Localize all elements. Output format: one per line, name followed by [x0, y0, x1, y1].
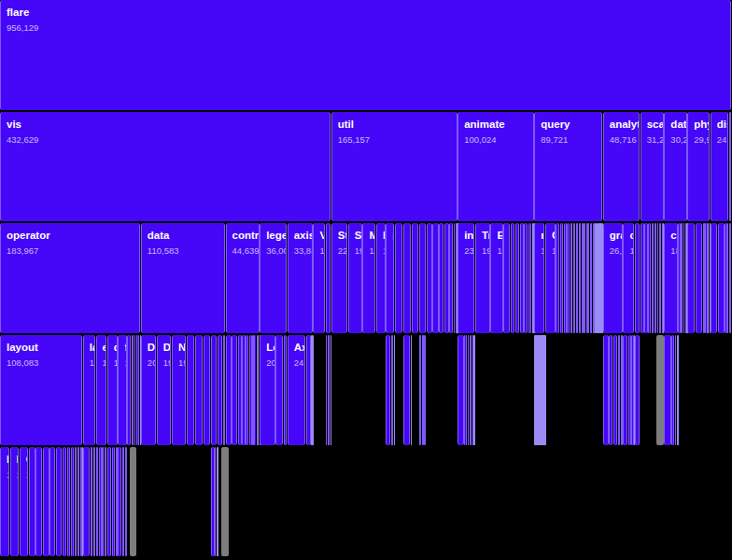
cell-StringUtil[interactable]: [567, 223, 570, 333]
cell-StackedAreaLabeler[interactable]: [93, 447, 95, 557]
cell-layout[interactable]: layout108,083: [0, 335, 82, 445]
cell-flex[interactable]: [729, 112, 732, 222]
cell-GravityForce[interactable]: [708, 223, 709, 333]
cell-BifocalDistortion[interactable]: [112, 447, 115, 557]
cell-CartesianAxes[interactable]: [306, 335, 311, 445]
cell-data[interactable]: data30,284: [664, 112, 686, 222]
cell-RadialTreeLayout[interactable]: RadialTreeLayout12,348: [10, 447, 20, 557]
cell-CompositeExpression[interactable]: [576, 223, 578, 333]
cell-Shapes[interactable]: Shapes19,118: [348, 223, 362, 333]
cell-DragControl[interactable]: [254, 335, 256, 445]
cell-HierarchicalCluster[interactable]: [623, 335, 627, 445]
cell-Sort[interactable]: [439, 223, 443, 333]
cell-Tree[interactable]: [218, 335, 222, 445]
cell-IsA[interactable]: [588, 223, 589, 333]
cell-PanZoomControl[interactable]: [238, 335, 242, 445]
cell-StackedAreaLayout[interactable]: [35, 447, 42, 557]
cell-label[interactable]: label17,057: [83, 335, 95, 445]
cell-ForceDirectedLayout[interactable]: [49, 447, 55, 557]
cell-_[interactable]: [545, 335, 546, 445]
cell-DataSprite[interactable]: DataSprite10,349: [195, 335, 203, 445]
cell-TreeMapLayout[interactable]: [43, 447, 49, 557]
cell-Simulation[interactable]: Simulation9,983: [696, 223, 703, 333]
cell-TimeScale[interactable]: [640, 223, 644, 333]
cell-CommunityStructure[interactable]: [631, 335, 634, 445]
cell-Transition[interactable]: [503, 223, 510, 333]
cell-Property[interactable]: [449, 223, 453, 333]
cell-QuantileScale[interactable]: [657, 223, 658, 333]
cell-Arithmetic[interactable]: [570, 223, 573, 333]
cell-Strings[interactable]: Strings22,026: [331, 223, 347, 333]
cell-PointInterpolator[interactable]: [471, 335, 472, 445]
cell-SelectionControl[interactable]: [232, 335, 237, 445]
cell-DateUtil[interactable]: [564, 223, 567, 333]
cell-ShortestPaths[interactable]: [609, 335, 612, 445]
cell-RectangleInterpolator[interactable]: [468, 335, 469, 445]
cell-HoverControl[interactable]: [242, 335, 245, 445]
cell-Easing[interactable]: Easing17,010: [490, 223, 502, 333]
cell-CircleLayout[interactable]: [29, 447, 35, 557]
cell-FisheyeTreeFilter[interactable]: [118, 447, 121, 557]
cell-interpolate[interactable]: interpolate23,081: [458, 223, 474, 333]
cell-Scale[interactable]: [648, 223, 651, 333]
cell-LegendRange[interactable]: LegendRange10,530: [275, 335, 283, 445]
cell-DelimitedTextConverter[interactable]: [671, 335, 674, 445]
cell-GraphDistanceFilter[interactable]: [125, 447, 127, 557]
cell-animate[interactable]: animate100,024: [458, 112, 533, 222]
cell-EdgeRenderer[interactable]: [211, 447, 215, 557]
cell-GraphMLConverter[interactable]: GraphMLConverter9,800: [664, 335, 670, 445]
cell-Comparison[interactable]: [560, 223, 564, 333]
cell-TooltipControl[interactable]: [226, 335, 232, 445]
cell-OperatorList[interactable]: [127, 335, 131, 445]
cell-scale[interactable]: scale31,294: [640, 112, 664, 222]
cell-analytics[interactable]: analytics48,716: [603, 112, 640, 222]
cell-DataUtil[interactable]: [681, 223, 683, 333]
cell-palette[interactable]: palette11,946: [386, 223, 394, 333]
cell-FlareVis[interactable]: [729, 223, 732, 333]
cell-Encoder[interactable]: [99, 447, 102, 557]
cell-converters[interactable]: converters18,349: [664, 223, 677, 333]
cell-NodeSprite[interactable]: NodeSprite19,382: [172, 335, 186, 445]
cell-ColorPalette[interactable]: [386, 335, 390, 445]
cell-ExpressionIterator[interactable]: [579, 223, 581, 333]
cell-axis[interactable]: axis33,886: [288, 223, 313, 333]
cell-Filter[interactable]: [454, 223, 455, 333]
cell-flare[interactable]: flare956,129: [0, 0, 731, 110]
cell-events[interactable]: [326, 223, 331, 333]
cell-LinkDistance[interactable]: [613, 335, 617, 445]
cell-Legend[interactable]: Legend20,859: [260, 335, 275, 445]
cell-util[interactable]: util165,157: [331, 112, 458, 222]
cell-query[interactable]: query89,721: [534, 112, 602, 222]
cell-TreeBuilder[interactable]: TreeBuilder9,930: [204, 335, 211, 445]
cell-Geometry[interactable]: Geometry10,993: [395, 223, 402, 333]
cell-LegendItem[interactable]: [284, 335, 287, 445]
cell-Arrays[interactable]: [427, 223, 432, 333]
cell-Displays[interactable]: Displays12,555: [376, 223, 386, 333]
cell-physics[interactable]: physics29,934: [687, 112, 710, 222]
cell-TextSprite[interactable]: TextSprite10,066: [711, 223, 718, 333]
cell-Match[interactable]: [573, 223, 575, 333]
cell-Palette[interactable]: [394, 335, 395, 445]
cell-IcicleTreeLayout[interactable]: [67, 447, 70, 557]
cell-Query[interactable]: Query13,896: [545, 223, 556, 333]
cell-AgglomerativeCluster[interactable]: [628, 335, 631, 445]
cell-DataList[interactable]: DataList19,788: [157, 335, 172, 445]
cell-methods[interactable]: methods14,326: [534, 223, 544, 333]
cell-FunctionSequence[interactable]: [515, 223, 519, 333]
cell-EdgeSprite[interactable]: [223, 335, 225, 445]
cell-DateInterpolator[interactable]: [474, 335, 475, 445]
cell-ScaleBinding[interactable]: ScaleBinding11,275: [187, 335, 195, 445]
cell-IRenderer[interactable]: [218, 447, 218, 557]
cell-Tween[interactable]: [511, 223, 514, 333]
cell-Converters[interactable]: [678, 335, 679, 445]
cell-Distortion[interactable]: [107, 447, 112, 557]
cell-Labeler[interactable]: Labeler9,956: [83, 447, 91, 557]
cell-IndentedTreeLayout[interactable]: [77, 447, 79, 557]
cell-render[interactable]: [211, 335, 218, 445]
cell-DendrogramLayout[interactable]: [71, 447, 74, 557]
cell-ControlList[interactable]: [246, 335, 248, 445]
cell-Layout[interactable]: [56, 447, 62, 557]
cell-Expression[interactable]: [556, 223, 559, 333]
cell-Interpolator[interactable]: [458, 335, 464, 445]
cell-SparseMatrix[interactable]: [419, 335, 421, 445]
